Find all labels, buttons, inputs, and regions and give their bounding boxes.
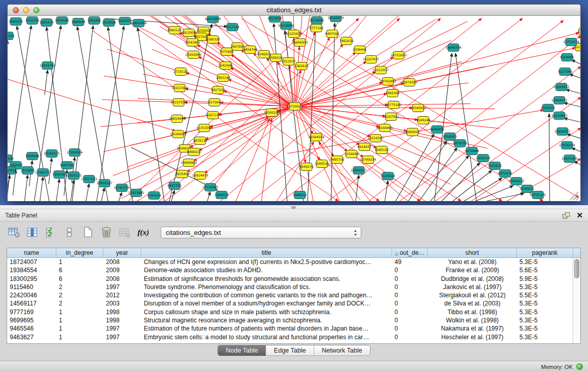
graph-node[interactable]: 15954127 [351,167,367,174]
graph-node[interactable]: 20260575 [43,150,60,158]
graph-node[interactable]: 1459546 [55,17,69,25]
graph-node[interactable]: 12444151 [551,97,568,104]
graph-node[interactable]: 17957223 [81,176,97,183]
graph-node[interactable]: 18775165 [385,101,402,109]
graph-node[interactable]: 12923485 [128,189,144,197]
tab-node-table[interactable]: Node Table [218,345,266,356]
graph-node[interactable]: 16162874 [328,16,344,22]
table-row[interactable]: 1456911722003Disruption of a novel membe… [7,299,580,308]
graph-node[interactable]: 10974393 [401,79,418,86]
graph-node[interactable]: 11353594 [196,124,212,132]
graph-node[interactable]: 17016504 [559,142,575,149]
graph-node[interactable]: 9545152 [375,146,389,154]
graph-node[interactable]: 8267130 [206,112,220,119]
graph-node[interactable]: 1157513 [577,28,581,36]
graph-node[interactable]: 8960123 [167,27,182,34]
graph-node[interactable]: 9242848 [219,62,233,70]
column-header-pagerank[interactable]: pagerank [517,248,573,257]
graph-node[interactable]: 9135614 [381,172,395,180]
split-pane-divider[interactable] [0,205,588,209]
graph-node[interactable]: 8495756 [330,156,344,164]
graph-node[interactable]: 3915010 [8,167,17,174]
graph-node[interactable]: 8678134 [193,137,207,145]
graph-node[interactable]: 10715105 [530,191,546,199]
graph-node[interactable]: 8813054 [268,16,282,23]
delete-icon[interactable] [98,225,115,239]
graph-node[interactable]: 1261065 [87,17,101,25]
graph-node[interactable]: 8513094 [310,17,324,25]
graph-node[interactable]: 18107554 [170,99,187,106]
graph-node[interactable]: 9245652 [520,185,534,193]
graph-node[interactable]: 8322037 [281,58,296,65]
graph-node[interactable]: 19218986 [278,22,294,30]
graph-node[interactable]: 16640910 [292,39,308,47]
graph-node[interactable]: 7485085 [385,90,400,97]
graph-node[interactable]: 9227349 [558,68,572,76]
graph-node[interactable]: 18300295 [264,109,280,117]
graph-node[interactable]: 7625402 [175,170,189,178]
close-panel-icon[interactable]: ✕ [576,212,583,219]
column-header-out_degree[interactable]: △out_de… [392,248,428,257]
graph-node[interactable]: 19743493 [380,78,396,85]
graph-node[interactable]: 17359924 [67,149,83,157]
graph-node[interactable]: 19654945 [169,115,185,123]
graph-node[interactable]: 6497568 [325,30,339,38]
graph-node[interactable]: 15692971 [554,128,571,136]
graph-node[interactable]: 8215955 [541,104,555,112]
graph-node[interactable]: 9329966 [560,54,574,61]
show-columns-icon[interactable] [25,225,41,239]
graph-node[interactable]: 16107427 [383,113,399,121]
graph-node[interactable]: 2718120 [173,68,188,76]
table-row[interactable]: 1830029562008Estimation of significance … [7,275,580,283]
scrollbar-thumb[interactable] [574,259,579,278]
graph-node[interactable]: 1195014 [147,192,161,200]
table-row[interactable]: 969969511998Structural magnetic resonanc… [7,316,580,324]
graph-node[interactable]: 1094512 [293,191,307,199]
graph-node[interactable]: 4616437 [357,143,372,151]
table-scrollbar[interactable] [573,258,580,343]
graph-node[interactable]: 16033809 [205,16,221,23]
graph-node[interactable]: 1605574 [39,19,54,27]
graph-node[interactable]: 15751074 [563,38,579,46]
graph-node[interactable]: 9549249 [416,117,430,124]
graph-node[interactable]: 1640954 [430,126,444,134]
graph-node[interactable]: 2803144 [216,74,230,82]
graph-node[interactable]: 1035571 [118,17,132,25]
graph-node[interactable]: 14099483 [181,159,197,167]
graph-node[interactable]: 1989644 [71,18,85,26]
graph-node[interactable]: 16543862 [184,39,201,47]
column-header-year[interactable]: year [103,248,141,257]
table-settings-icon[interactable] [6,225,23,239]
table-row[interactable]: 2242004622012Investigating the contribut… [7,291,580,299]
graph-node[interactable]: 9097588 [60,162,74,169]
citation-graph[interactable]: 8960123891295482260589827503165438628186… [8,16,581,201]
graph-node[interactable]: 2036441 [353,46,367,54]
network-window[interactable]: citations_edges.txt 89601238912954822605… [7,4,581,201]
graph-node[interactable]: 16782759 [114,184,130,192]
table-row[interactable]: 911546021997Tourette syndrome. Phenomeno… [7,283,580,291]
divider-handle-icon[interactable] [291,206,296,209]
graph-node[interactable]: 1549539 [315,160,329,168]
graph-node[interactable]: 19384554 [308,134,324,141]
graph-node[interactable]: 16914479 [192,172,208,180]
graph-node[interactable]: 8454749 [243,46,257,54]
graph-node[interactable]: 13216547 [367,135,384,142]
column-header-title[interactable]: title [141,248,392,257]
graph-node[interactable]: 1588520 [269,54,283,62]
graph-node[interactable]: 20691406 [130,19,147,27]
tab-network-table[interactable]: Network Table [314,345,370,356]
graph-node[interactable]: 1264532 [214,191,229,199]
column-header-in_degree[interactable]: in_degree [56,248,103,257]
graph-node[interactable]: 1894549 [25,152,39,160]
graph-node[interactable]: 22420046 [185,51,202,59]
graph-node[interactable]: 9375685 [220,48,234,56]
graph-node[interactable]: 12213363 [171,84,188,92]
zoom-window-icon[interactable] [33,7,39,13]
graph-node[interactable]: 10107437 [363,56,379,63]
graph-node[interactable]: 15716485 [202,184,219,191]
new-file-icon[interactable] [80,225,96,239]
column-header-name[interactable]: name [7,248,56,257]
network-window-titlebar[interactable]: citations_edges.txt [8,5,580,16]
graph-node[interactable]: 6879197 [453,140,467,147]
graph-node[interactable]: 19166821 [170,130,186,138]
